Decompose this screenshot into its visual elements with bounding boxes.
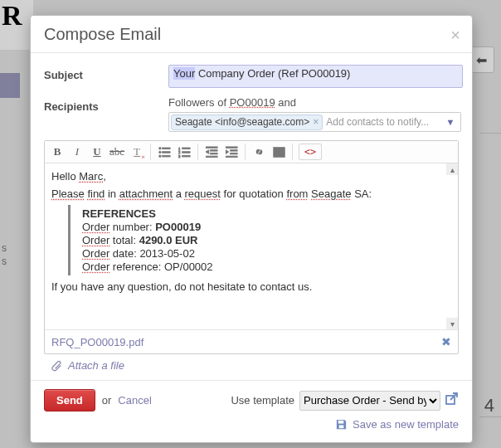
subject-rest: Company Order (Ref PO00019) [195,67,350,80]
cancel-link[interactable]: Cancel [118,394,151,407]
toolbar-separator [150,144,151,160]
save-icon [335,418,348,431]
dialog-title: Compose Email [44,25,161,44]
recipients-dropdown-icon[interactable]: ▼ [446,117,455,127]
followers-suffix: and [278,96,296,109]
footer-left: Send or Cancel [44,389,152,411]
svg-rect-9 [182,151,189,153]
attachment-link[interactable]: RFQ_PO00019.pdf [51,336,143,348]
open-external-icon[interactable] [445,392,459,409]
greeting-line: Hello Marc, [51,170,435,183]
ordered-list-icon[interactable]: 123 [177,144,192,160]
closing-line: If you have any question, do not hesitat… [51,280,435,293]
recipient-tag-label: Seagate <info@seagate.com> [175,116,309,128]
followers-text: Followers of PO00019 and [168,96,459,109]
remove-tag-icon[interactable]: × [313,116,319,128]
svg-point-21 [275,149,278,152]
references-heading: REFERENCES [82,207,435,220]
template-select[interactable]: Purchase Order - Send by Email [299,391,440,411]
svg-rect-7 [182,148,189,149]
recipient-tag: Seagate <info@seagate.com> × [171,114,323,130]
outdent-icon[interactable] [204,144,219,160]
bold-icon[interactable]: B [50,144,65,160]
rich-text-editor: B I U abc T× 123 <> [44,140,459,354]
svg-rect-11 [182,155,189,157]
clear-format-icon[interactable]: T× [129,144,144,160]
svg-rect-19 [226,156,237,157]
ref-order-date: Order date: 2013-05-02 [82,247,435,260]
editor-content[interactable]: Hello Marc, Please find in attachment a … [45,163,458,329]
svg-rect-1 [162,148,169,149]
svg-rect-12 [206,146,217,147]
svg-point-2 [158,151,160,153]
strikethrough-icon[interactable]: abc [109,144,124,160]
subject-highlighted-word: Your [173,67,195,80]
source-code-icon[interactable]: <> [299,144,322,160]
svg-point-4 [158,154,160,156]
paperclip-icon [51,359,63,372]
send-button[interactable]: Send [44,389,95,411]
recipients-label: Recipients [44,96,168,113]
followers-prefix: Followers of [168,96,226,109]
use-template-label: Use template [231,394,294,407]
svg-rect-3 [162,151,169,153]
attachment-row: RFQ_PO00019.pdf ✖ [45,329,458,353]
svg-rect-17 [230,149,236,150]
svg-rect-23 [338,421,344,424]
indent-icon[interactable] [224,144,239,160]
italic-icon[interactable]: I [70,144,85,160]
link-icon[interactable] [251,144,266,160]
toolbar-separator [292,144,293,160]
svg-rect-24 [339,425,344,428]
save-template-label: Save as new template [353,418,459,431]
followers-ref: PO00019 [230,96,275,109]
save-template-link[interactable]: Save as new template [44,418,459,431]
footer-right: Use template Purchase Order - Send by Em… [231,391,459,411]
recipients-placeholder: Add contacts to notify... [326,116,458,128]
compose-email-dialog: Compose Email × Subject Your Company Ord… [30,15,473,443]
editor-body[interactable]: ▴ ▾ Hello Marc, Please find in attachmen… [45,163,458,329]
svg-rect-18 [230,153,236,153]
ref-order-reference: Order reference: OP/00002 [82,261,435,273]
underline-icon[interactable]: U [90,144,105,160]
svg-text:3: 3 [178,154,181,158]
ref-order-total: Order total: 4290.0 EUR [82,234,435,246]
svg-rect-14 [210,153,216,153]
dialog-footer: Send or Cancel Use template Purchase Ord… [31,380,472,442]
editor-toolbar: B I U abc T× 123 <> [45,141,458,163]
attach-file-label: Attach a file [68,359,124,372]
recipients-tag-input[interactable]: Seagate <info@seagate.com> × Add contact… [168,112,461,132]
svg-point-0 [158,147,160,149]
or-text: or [102,394,112,407]
image-icon[interactable] [271,144,286,160]
svg-rect-15 [206,156,217,157]
dialog-body: Subject Your Company Order (Ref PO00019)… [31,53,472,380]
attach-file-button[interactable]: Attach a file [44,354,459,377]
svg-rect-5 [162,155,169,157]
toolbar-separator [197,144,198,160]
intro-line: Please find in attachment a request for … [51,187,435,200]
remove-attachment-icon[interactable]: ✖ [441,335,451,348]
toolbar-separator [245,144,246,160]
svg-rect-16 [226,146,237,147]
unordered-list-icon[interactable] [157,144,172,160]
references-block: REFERENCES Order number: PO00019 Order t… [68,205,435,275]
subject-label: Subject [44,65,168,81]
close-icon[interactable]: × [450,27,460,43]
dialog-header: Compose Email × [31,16,472,53]
ref-order-number: Order number: PO00019 [82,221,435,233]
subject-input[interactable]: Your Company Order (Ref PO00019) [168,65,463,88]
svg-rect-13 [210,149,216,150]
